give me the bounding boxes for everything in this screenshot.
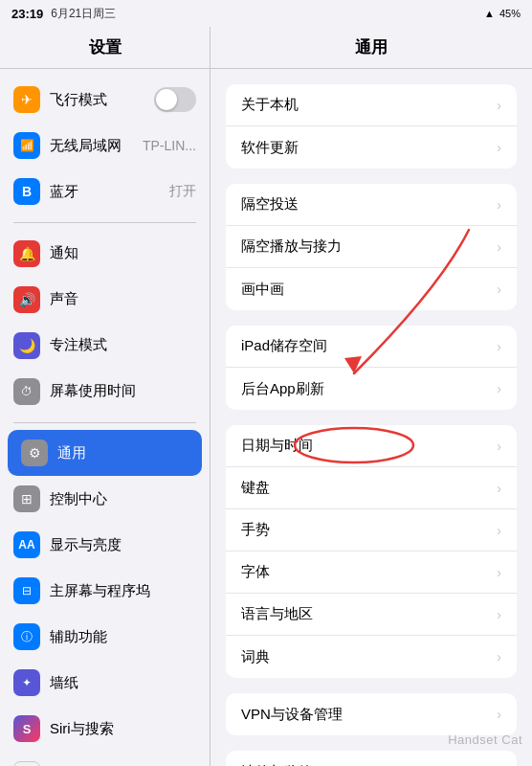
display-icon: AA xyxy=(13,531,40,558)
sidebar-item-label-homescreen: 主屏幕与程序坞 xyxy=(50,582,196,600)
airplane-icon: ✈ xyxy=(13,86,40,113)
wifi-value: TP-LIN... xyxy=(143,138,196,153)
content-item-ipadstorage[interactable]: iPad储存空间 › xyxy=(226,326,517,368)
chevron-softwareupdate: › xyxy=(497,140,501,155)
content-item-airplay[interactable]: 隔空播放与接力 › xyxy=(226,226,517,268)
bluetooth-icon: B xyxy=(13,178,40,205)
status-right: ▲ 45% xyxy=(484,8,521,19)
content-item-keyboard[interactable]: 键盘 › xyxy=(226,467,517,509)
sidebar-item-wallpaper[interactable]: ✦ 墙纸 xyxy=(0,660,210,706)
label-about: 关于本机 xyxy=(241,96,489,114)
chevron-dictionary: › xyxy=(497,649,501,665)
wifi-icon: 📶 xyxy=(13,132,40,159)
wifi-icon: ▲ xyxy=(484,8,495,19)
section-about: 关于本机 › 软件更新 › xyxy=(226,84,517,169)
content-item-legal[interactable]: 法律与监管 › xyxy=(226,751,517,766)
sidebar-item-label-display: 显示与亮度 xyxy=(50,536,196,554)
content-item-datetime[interactable]: 日期与时间 › xyxy=(226,425,517,467)
section-airdrop: 隔空投送 › 隔空播放与接力 › 画中画 › xyxy=(226,184,517,310)
sidebar-group-system: ⚙ 通用 ⊞ 控制中心 AA 显示与亮度 ⊟ 主屏幕与程序坞 xyxy=(0,422,210,766)
applepencil-icon: ✏ xyxy=(13,761,40,766)
sidebar-item-wifi[interactable]: 📶 无线局域网 TP-LIN... xyxy=(0,123,210,169)
siri-icon: S xyxy=(13,715,40,742)
content-scroll[interactable]: 关于本机 › 软件更新 › 隔空投送 › 隔空播放与接力 xyxy=(211,69,532,766)
label-legal: 法律与监管 xyxy=(241,763,489,767)
content-item-language[interactable]: 语言与地区 › xyxy=(226,594,517,636)
section-vpn: VPN与设备管理 › xyxy=(226,693,517,735)
sidebar-item-label-focus: 专注模式 xyxy=(50,336,196,354)
content-item-font[interactable]: 字体 › xyxy=(226,552,517,594)
content-header: 通用 xyxy=(211,27,532,69)
notification-icon: 🔔 xyxy=(13,240,40,267)
focus-icon: 🌙 xyxy=(13,332,40,359)
sidebar-content[interactable]: ✈ 飞行模式 📶 无线局域网 TP-LIN... B 蓝牙 打开 xyxy=(0,69,210,766)
content-title: 通用 xyxy=(355,36,388,58)
main-layout: 设置 ✈ 飞行模式 📶 无线局域网 TP-LIN... xyxy=(0,27,532,766)
label-datetime: 日期与时间 xyxy=(241,437,489,455)
sidebar-item-label-wallpaper: 墙纸 xyxy=(50,674,196,692)
sidebar-group-personal: 🔔 通知 🔊 声音 🌙 专注模式 ⏱ 屏幕使用时间 xyxy=(0,223,210,422)
sidebar-item-bluetooth[interactable]: B 蓝牙 打开 xyxy=(0,169,210,214)
sidebar-item-applepencil[interactable]: ✏ Apple Pencil xyxy=(0,752,210,766)
label-airplay: 隔空播放与接力 xyxy=(241,237,489,256)
content-item-backgroundrefresh[interactable]: 后台App刷新 › xyxy=(226,368,517,410)
content-item-dictionary[interactable]: 词典 › xyxy=(226,636,517,678)
bluetooth-value: 打开 xyxy=(169,183,196,200)
label-vpn: VPN与设备管理 xyxy=(241,706,489,724)
general-icon: ⚙ xyxy=(21,439,48,466)
chevron-datetime: › xyxy=(497,439,501,454)
label-keyboard: 键盘 xyxy=(241,479,489,497)
section-storage: iPad储存空间 › 后台App刷新 › xyxy=(226,326,517,410)
sidebar-item-sound[interactable]: 🔊 声音 xyxy=(0,277,210,323)
sidebar-item-accessibility[interactable]: ⓘ 辅助功能 xyxy=(0,614,210,660)
content-item-softwareupdate[interactable]: 软件更新 › xyxy=(226,126,517,169)
sidebar-item-label-accessibility: 辅助功能 xyxy=(50,628,196,646)
sidebar-item-label-siri: Siri与搜索 xyxy=(50,720,196,738)
sidebar: 设置 ✈ 飞行模式 📶 无线局域网 TP-LIN... xyxy=(0,27,211,766)
chevron-language: › xyxy=(497,607,501,622)
content-item-airdrop[interactable]: 隔空投送 › xyxy=(226,184,517,226)
accessibility-icon: ⓘ xyxy=(13,623,40,650)
battery-text: 45% xyxy=(499,8,521,19)
sidebar-item-focus[interactable]: 🌙 专注模式 xyxy=(0,323,210,369)
status-time: 23:19 xyxy=(11,7,43,21)
chevron-font: › xyxy=(497,565,501,580)
content-item-vpn[interactable]: VPN与设备管理 › xyxy=(226,693,517,735)
content-area: 通用 关于本机 › 软件更新 › 隔空投送 xyxy=(211,27,532,766)
label-dictionary: 词典 xyxy=(241,648,489,666)
sidebar-item-screentime[interactable]: ⏱ 屏幕使用时间 xyxy=(0,369,210,415)
sidebar-item-general[interactable]: ⚙ 通用 xyxy=(8,430,202,476)
chevron-airdrop: › xyxy=(497,197,501,213)
sidebar-header: 设置 xyxy=(0,27,210,69)
chevron-ipadstorage: › xyxy=(497,339,501,354)
section-legal: 法律与监管 › xyxy=(226,751,517,766)
chevron-about: › xyxy=(497,98,501,113)
label-language: 语言与地区 xyxy=(241,605,489,623)
chevron-airplay: › xyxy=(497,239,501,255)
label-pip: 画中画 xyxy=(241,281,489,299)
label-airdrop: 隔空投送 xyxy=(241,195,489,214)
content-item-gesture[interactable]: 手势 › xyxy=(226,509,517,552)
content-item-pip[interactable]: 画中画 › xyxy=(226,268,517,310)
chevron-vpn: › xyxy=(497,707,501,722)
sidebar-item-label-sound: 声音 xyxy=(50,290,196,308)
sidebar-item-label-notification: 通知 xyxy=(50,244,196,262)
sidebar-item-controlcenter[interactable]: ⊞ 控制中心 xyxy=(0,476,210,522)
section-datetime: 日期与时间 › 键盘 › 手势 › 字体 › xyxy=(226,425,517,678)
sidebar-item-display[interactable]: AA 显示与亮度 xyxy=(0,522,210,568)
status-bar: 23:19 6月21日周三 ▲ 45% xyxy=(0,0,532,27)
sidebar-item-homescreen[interactable]: ⊟ 主屏幕与程序坞 xyxy=(0,568,210,614)
chevron-pip: › xyxy=(497,282,501,297)
sidebar-item-airplane[interactable]: ✈ 飞行模式 xyxy=(0,77,210,123)
sidebar-item-notification[interactable]: 🔔 通知 xyxy=(0,231,210,277)
sidebar-item-label-controlcenter: 控制中心 xyxy=(50,490,196,508)
sidebar-item-siri[interactable]: S Siri与搜索 xyxy=(0,706,210,752)
content-item-about[interactable]: 关于本机 › xyxy=(226,84,517,126)
sidebar-item-label-airplane: 飞行模式 xyxy=(50,91,144,109)
sidebar-item-label-screentime: 屏幕使用时间 xyxy=(50,382,196,400)
sidebar-item-label-wifi: 无线局域网 xyxy=(50,137,133,155)
chevron-keyboard: › xyxy=(497,481,501,496)
airplane-toggle[interactable] xyxy=(154,87,196,112)
sidebar-item-label-bluetooth: 蓝牙 xyxy=(50,183,160,201)
wallpaper-icon: ✦ xyxy=(13,669,40,696)
